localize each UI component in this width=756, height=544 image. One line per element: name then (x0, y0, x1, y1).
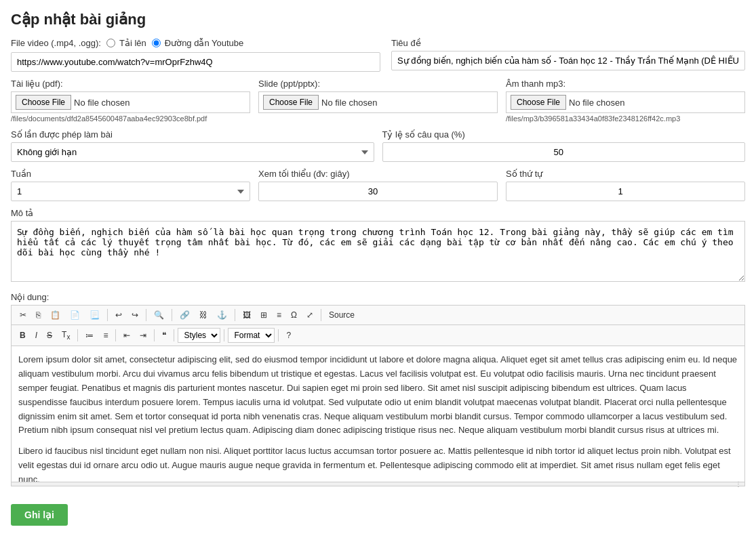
toolbar-sep-3 (172, 309, 172, 321)
tb-strikethrough[interactable]: S (43, 329, 56, 342)
tb-special-chars[interactable]: Ω (287, 308, 301, 322)
am-thanh-choose-btn[interactable]: Choose File (511, 95, 566, 110)
editor-toolbar-1: ✂ ⎘ 📋 📄 📃 ↩ ↪ 🔍 🔗 ⛓ ⚓ 🖼 ⊞ ≡ Ω ⤢ Source (12, 306, 744, 325)
so-lan-select[interactable]: Không giới hạn (11, 142, 374, 162)
radio-youtube[interactable] (152, 39, 161, 47)
tb-find[interactable]: 🔍 (150, 308, 168, 322)
tb-cut[interactable]: ✂ (16, 308, 31, 322)
editor-content[interactable]: Lorem ipsum dolor sit amet, consectetur … (12, 346, 744, 482)
tb-unlink[interactable]: ⛓ (195, 308, 212, 322)
toolbar-sep-6 (77, 329, 78, 341)
tb-link[interactable]: 🔗 (176, 308, 194, 322)
so-lan-label: Số lần được phép làm bài (11, 129, 374, 140)
tai-lieu-file-name: No file chosen (74, 98, 130, 108)
mo-ta-textarea[interactable]: Sự đồng biến, nghịch biến của hàm số là … (11, 221, 745, 282)
ty-le-input[interactable] (382, 142, 746, 162)
slide-choose-btn[interactable]: Choose File (263, 95, 319, 110)
tai-lieu-choose-btn[interactable]: Choose File (16, 95, 71, 110)
toolbar-sep-4 (235, 309, 235, 321)
xem-toi-thieu-label: Xem tối thiểu (đv: giây) (258, 169, 498, 179)
radio-youtube-label[interactable]: Đường dẫn Youtube (165, 38, 244, 48)
tai-lieu-file-row: Choose File No file chosen (11, 91, 250, 113)
youtube-url-input[interactable] (11, 52, 380, 72)
am-thanh-label: Âm thanh mp3: (506, 79, 745, 89)
xem-toi-thieu-input[interactable] (258, 182, 498, 201)
tuan-label: Tuần (11, 169, 250, 179)
toolbar-sep-7 (115, 329, 116, 341)
tb-copy[interactable]: ⎘ (32, 308, 45, 322)
video-label: File video (.mp4, .ogg): (11, 38, 101, 48)
tb-list-style[interactable]: ≡ (273, 308, 285, 322)
submit-button[interactable]: Ghi lại (11, 504, 68, 526)
title-input[interactable] (391, 51, 745, 70)
tb-table[interactable]: ⊞ (256, 308, 271, 322)
tb-anchor[interactable]: ⚓ (213, 308, 231, 322)
format-select[interactable]: Format (228, 328, 275, 343)
tb-blockquote[interactable]: ❝ (158, 329, 170, 342)
am-thanh-file-name: No file chosen (569, 98, 624, 108)
slide-file-name: No file chosen (321, 98, 377, 108)
title-label: Tiêu đề (391, 38, 745, 48)
tb-maximize[interactable]: ⤢ (302, 308, 317, 322)
slide-label: Slide (ppt/pptx): (258, 79, 498, 89)
so-thu-tu-input[interactable] (506, 182, 745, 201)
tuan-select[interactable]: 123 (11, 182, 250, 201)
so-thu-tu-label: Số thứ tự (506, 169, 745, 179)
am-thanh-file-path: /files/mp3/b396581a33434a0f83fe2348126ff… (506, 114, 745, 123)
mo-ta-label: Mô tả (11, 208, 745, 218)
noi-dung-label: Nội dung: (11, 292, 745, 302)
editor-toolbar-2: B I S Tx ≔ ≡ ⇤ ⇥ ❝ Styles Format ? (12, 325, 744, 346)
content-p1: Lorem ipsum dolor sit amet, consectetur … (18, 353, 738, 438)
styles-select[interactable]: Styles (178, 328, 220, 343)
tb-subscript[interactable]: Tx (58, 328, 74, 343)
toolbar-sep-2 (146, 309, 146, 321)
tb-paste-word[interactable]: 📄 (66, 308, 84, 322)
tai-lieu-label: Tài liệu (pdf): (11, 79, 250, 89)
tb-outdent[interactable]: ⇤ (119, 329, 134, 342)
tb-unordered-list[interactable]: ≡ (99, 329, 112, 342)
tb-paste-plain[interactable]: 📃 (85, 308, 104, 322)
tai-lieu-file-path: /files/documents/dfd2a8545600487aaba4ec9… (11, 114, 250, 123)
toolbar-sep-8 (154, 329, 155, 341)
tb-redo[interactable]: ↪ (127, 308, 142, 322)
content-p2: Libero id faucibus nisl tincidunt eget n… (18, 444, 738, 482)
tb-help[interactable]: ? (282, 329, 295, 342)
am-thanh-file-row: Choose File No file chosen (506, 91, 745, 113)
tb-italic[interactable]: I (31, 329, 41, 342)
toolbar-sep-1 (107, 309, 108, 321)
radio-upload-label[interactable]: Tải lên (119, 38, 146, 48)
tb-image[interactable]: 🖼 (239, 308, 255, 322)
slide-file-row: Choose File No file chosen (258, 91, 498, 113)
ty-le-label: Tỷ lệ số câu qua (%) (382, 129, 746, 140)
tb-ordered-list[interactable]: ≔ (81, 329, 98, 342)
tb-bold[interactable]: B (16, 329, 30, 342)
toolbar-sep-9 (174, 329, 174, 341)
tb-source[interactable]: Source (325, 308, 359, 322)
toolbar-sep-5 (321, 309, 321, 321)
tb-paste[interactable]: 📋 (46, 308, 64, 322)
tb-undo[interactable]: ↩ (111, 308, 126, 322)
radio-upload[interactable] (106, 39, 115, 47)
tb-indent[interactable]: ⇥ (136, 329, 151, 342)
toolbar-sep-10 (224, 329, 224, 341)
toolbar-sep-11 (278, 329, 279, 341)
editor-container: ✂ ⎘ 📋 📄 📃 ↩ ↪ 🔍 🔗 ⛓ ⚓ 🖼 ⊞ ≡ Ω ⤢ Source B (11, 305, 745, 486)
editor-resize-handle[interactable]: ⋮ (12, 482, 744, 486)
page-title: Cập nhật bài giảng (11, 11, 745, 28)
